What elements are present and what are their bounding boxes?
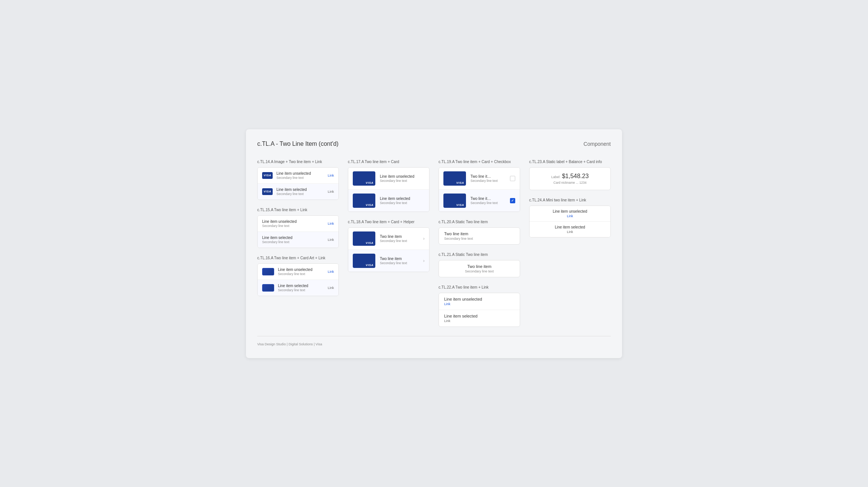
list-item[interactable]: Line item selected Secondary line text L… xyxy=(258,280,338,296)
item-primary: Two line item ... xyxy=(470,174,493,178)
list-item[interactable]: VISA Line item unselected Secondary line… xyxy=(258,168,338,184)
item-text: Line item selected Secondary line text xyxy=(276,188,325,196)
section-19-card-group: VISA Two line item ... Secondary line te… xyxy=(439,167,520,212)
main-container: c.TL.A - Two Line Item (cont'd) Componen… xyxy=(246,129,622,358)
item-primary: Line item unselected xyxy=(276,171,325,175)
item-secondary: Secondary line text xyxy=(380,239,420,243)
item-text: Line item unselected Secondary line text xyxy=(380,174,425,183)
static-primary: Two line item xyxy=(444,231,514,236)
balance-row: Label: $1,548.23 xyxy=(535,173,605,180)
list-item[interactable]: Line item selected Link xyxy=(439,310,520,327)
section-20-title: c.TL.20.A Static Two line item xyxy=(439,219,520,224)
section-15: c.TL.15.A Two line item + Link Line item… xyxy=(257,207,339,248)
item-link[interactable]: Link xyxy=(328,222,334,225)
list-item[interactable]: VISA Line item selected Secondary line t… xyxy=(258,184,338,200)
section-14-title: c.TL.14.A Image + Two line item + Link xyxy=(257,159,339,164)
item-secondary: Secondary line text xyxy=(276,192,325,196)
list-item[interactable]: VISA Two line item Secondary line text › xyxy=(348,250,429,272)
item-text: Line item selected Secondary line text xyxy=(278,284,325,292)
section-18: c.TL.18.A Two line item + Card + Helper … xyxy=(348,219,429,272)
page-header: c.TL.A - Two Line Item (cont'd) Componen… xyxy=(257,141,611,150)
section-14-card-group: VISA Line item unselected Secondary line… xyxy=(257,167,339,200)
item-text: Line item selected Secondary line text xyxy=(380,197,425,205)
list-item[interactable]: Line item unselected Link xyxy=(439,293,520,310)
section-16-card-group: Line item unselected Secondary line text… xyxy=(257,263,339,296)
mini-primary: Line item selected xyxy=(534,225,606,229)
section-24: c.TL.24.A Mini two line item + Link Line… xyxy=(529,198,611,237)
item-text: Two line item Secondary line text xyxy=(380,257,420,265)
static-secondary: Secondary line text xyxy=(444,269,514,273)
item-primary: Two line item xyxy=(380,257,420,261)
section-23-title: c.TL.23.A Static label + Balance + Card … xyxy=(529,159,611,164)
section-17-title: c.TL.17.A Two line item + Card xyxy=(348,159,429,164)
item-link[interactable]: Link xyxy=(444,319,514,323)
item-secondary: Secondary line text xyxy=(262,224,325,228)
item-primary: Line item selected xyxy=(276,188,325,192)
card-icon: VISA xyxy=(262,172,273,179)
section-24-card-group: Line item unselected Link Line item sele… xyxy=(529,206,611,237)
list-item[interactable]: Line item unselected Secondary line text… xyxy=(258,264,338,280)
item-secondary: Secondary line text xyxy=(380,179,425,183)
component-label: Component xyxy=(584,141,611,147)
section-21-title: c.TL.21.A Static Two line item xyxy=(439,252,520,257)
card-art-icon xyxy=(262,284,274,292)
item-link[interactable]: Link xyxy=(444,302,514,306)
item-primary: Line item selected xyxy=(262,236,325,240)
chevron-right-icon: › xyxy=(423,258,425,263)
list-item[interactable]: VISA Two line item ... Secondary line te… xyxy=(439,190,520,212)
section-22-title: c.TL.22.A Two line item + Link xyxy=(439,285,520,290)
item-text: Line item unselected Secondary line text xyxy=(278,268,325,276)
item-link[interactable]: Link xyxy=(328,286,334,290)
card-image: VISA xyxy=(353,231,375,246)
section-21-item: Two line item Secondary line text xyxy=(439,260,520,277)
item-text: Two line item ... Secondary line text xyxy=(470,174,507,183)
item-primary: Line item selected xyxy=(278,284,325,288)
static-primary: Two line item xyxy=(444,264,514,269)
item-secondary: Secondary line text xyxy=(380,261,420,265)
section-18-title: c.TL.18.A Two line item + Card + Helper xyxy=(348,219,429,224)
item-secondary: Secondary line text xyxy=(276,176,325,180)
section-14: c.TL.14.A Image + Two line item + Link V… xyxy=(257,159,339,200)
col-3: c.TL.19.A Two line item + Card + Checkbo… xyxy=(439,159,520,327)
mini-link[interactable]: Link xyxy=(534,214,606,218)
item-text: Line item unselected Secondary line text xyxy=(276,171,325,180)
mini-link[interactable]: Link xyxy=(534,230,606,234)
list-item[interactable]: VISA Two line item Secondary line text › xyxy=(348,228,429,250)
section-16: c.TL.16.A Two line item + Card Art + Lin… xyxy=(257,256,339,296)
mini-item[interactable]: Line item unselected Link xyxy=(530,206,610,222)
item-primary: Two line item xyxy=(380,234,420,239)
item-text: Two line item ... Secondary line text xyxy=(470,197,507,205)
sections-grid: c.TL.14.A Image + Two line item + Link V… xyxy=(257,159,611,327)
list-item[interactable]: VISA Line item selected Secondary line t… xyxy=(348,190,429,212)
item-secondary: Secondary line text xyxy=(470,201,507,205)
item-link[interactable]: Link xyxy=(328,270,334,274)
item-link[interactable]: Link xyxy=(328,174,334,177)
section-22: c.TL.22.A Two line item + Link Line item… xyxy=(439,285,520,327)
card-image: VISA xyxy=(443,194,466,208)
item-secondary: Secondary line text xyxy=(278,288,325,292)
card-info: Card nickname ... 1234 xyxy=(535,181,605,185)
card-image: VISA xyxy=(443,171,466,186)
list-item[interactable]: VISA Two line item ... Secondary line te… xyxy=(439,168,520,190)
list-item[interactable]: Line item selected Secondary line text L… xyxy=(258,232,338,248)
section-24-title: c.TL.24.A Mini two line item + Link xyxy=(529,198,611,203)
footer-text: Visa Design Studio | Digital Solutions |… xyxy=(257,342,322,346)
item-primary: Line item unselected xyxy=(380,174,425,178)
section-17-card-group: VISA Line item unselected Secondary line… xyxy=(348,167,429,212)
list-item[interactable]: VISA Line item unselected Secondary line… xyxy=(348,168,429,190)
chevron-right-icon: › xyxy=(423,236,425,241)
mini-primary: Line item unselected xyxy=(534,209,606,213)
section-21: c.TL.21.A Static Two line item Two line … xyxy=(439,252,520,277)
checkbox[interactable] xyxy=(510,176,515,181)
page-title: c.TL.A - Two Line Item (cont'd) xyxy=(257,141,338,147)
checkbox-checked[interactable] xyxy=(510,198,515,203)
item-link[interactable]: Link xyxy=(328,190,334,194)
section-20: c.TL.20.A Static Two line item Two line … xyxy=(439,219,520,245)
item-secondary: Secondary line text xyxy=(262,240,325,244)
section-16-title: c.TL.16.A Two line item + Card Art + Lin… xyxy=(257,256,339,260)
mini-item[interactable]: Line item selected Link xyxy=(530,222,610,237)
card-image: VISA xyxy=(353,194,375,208)
list-item[interactable]: Line item unselected Secondary line text… xyxy=(258,216,338,232)
item-link[interactable]: Link xyxy=(328,238,334,242)
balance-card: Label: $1,548.23 Card nickname ... 1234 xyxy=(529,167,611,190)
